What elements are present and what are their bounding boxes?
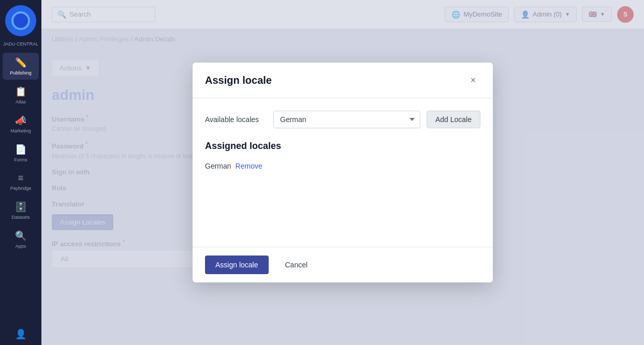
modal-header: Assign locale × <box>193 63 493 98</box>
sidebar-item-datasets[interactable]: 🗄️ Datasets <box>3 197 39 224</box>
modal-body: Available locales German French Spanish … <box>193 98 493 247</box>
sidebar-item-atlas[interactable]: 📋 Atlas <box>3 82 39 109</box>
sidebar-item-apps[interactable]: 🔍 Apps <box>3 226 39 253</box>
assigned-locale-item: German Remove <box>205 160 480 172</box>
sidebar-label-marketing: Marketing <box>10 128 31 133</box>
datasets-icon: 🗄️ <box>15 201 26 213</box>
add-locale-button[interactable]: Add Locale <box>427 111 480 128</box>
sidebar-label-atlas: Atlas <box>16 99 26 104</box>
paybridge-icon: ≡ <box>18 173 24 184</box>
assign-locale-button[interactable]: Assign locale <box>205 256 269 274</box>
atlas-icon: 📋 <box>15 86 26 97</box>
logo[interactable] <box>5 5 36 36</box>
sidebar-item-paybridge[interactable]: ≡ Paybridge <box>3 169 39 195</box>
sidebar-label-paybridge: Paybridge <box>10 186 32 191</box>
sidebar-label-apps: Apps <box>16 244 26 249</box>
modal-footer: Assign locale Cancel <box>193 247 493 282</box>
sidebar: JADU CENTRAL ✏️ Publishing 📋 Atlas 📣 Mar… <box>0 0 41 345</box>
user-icon: 👤 <box>15 328 26 340</box>
sidebar-item-forms[interactable]: 📄 Forms <box>3 140 39 167</box>
cancel-button[interactable]: Cancel <box>275 256 318 274</box>
publishing-icon: ✏️ <box>15 57 26 68</box>
sidebar-item-user[interactable]: 👤 <box>3 324 39 344</box>
modal-close-button[interactable]: × <box>466 73 480 87</box>
sidebar-label-forms: Forms <box>14 157 27 162</box>
modal-spacer <box>205 172 480 234</box>
close-icon: × <box>471 75 476 86</box>
logo-text: JADU CENTRAL <box>3 41 38 48</box>
locale-select[interactable]: German French Spanish Italian Dutch <box>273 111 420 128</box>
sidebar-label-publishing: Publishing <box>10 70 32 76</box>
sidebar-label-datasets: Datasets <box>11 215 30 220</box>
main-area: 🔍 🌐 MyDemoSite 👤 Admin (0) ▼ 🇬🇧 ▼ S Util… <box>41 0 644 345</box>
modal-overlay: Assign locale × Available locales German… <box>41 0 644 345</box>
forms-icon: 📄 <box>15 144 26 155</box>
sidebar-item-marketing[interactable]: 📣 Marketing <box>3 111 39 138</box>
sidebar-item-publishing[interactable]: ✏️ Publishing <box>3 53 39 80</box>
locale-row: Available locales German French Spanish … <box>205 111 480 128</box>
marketing-icon: 📣 <box>15 115 26 126</box>
apps-icon: 🔍 <box>15 230 26 242</box>
assigned-title: Assigned locales <box>205 141 480 152</box>
remove-locale-link[interactable]: Remove <box>236 162 262 170</box>
available-locales-label: Available locales <box>205 115 267 124</box>
modal-title: Assign locale <box>205 74 272 86</box>
assigned-locale-name: German <box>205 162 231 170</box>
assign-locale-modal: Assign locale × Available locales German… <box>193 63 493 282</box>
